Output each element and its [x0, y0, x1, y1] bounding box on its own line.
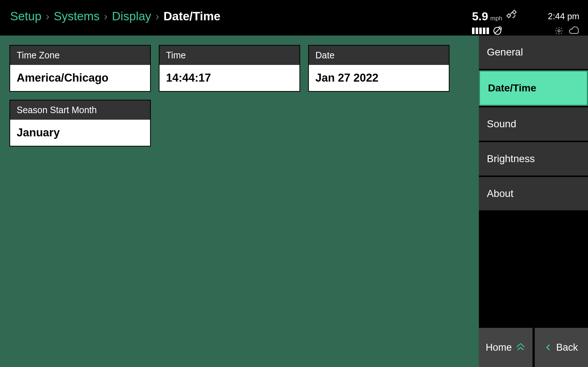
season-start-card[interactable]: Season Start Month January [9, 100, 151, 147]
sidebar-item-brightness[interactable]: Brightness [479, 142, 588, 176]
card-label: Season Start Month [10, 100, 150, 120]
main-content: Time Zone America/Chicago Time 14:44:17 … [0, 36, 479, 367]
svg-line-2 [510, 12, 513, 15]
chevron-right-icon: › [46, 10, 49, 22]
svg-line-4 [495, 29, 500, 33]
home-button[interactable]: Home [479, 328, 533, 367]
speed-unit: mph [490, 15, 502, 22]
breadcrumb-systems[interactable]: Systems [54, 9, 100, 23]
breadcrumb-current: Date/Time [163, 9, 220, 23]
chevron-right-icon: › [104, 10, 108, 22]
sidebar-item-about[interactable]: About [479, 177, 588, 210]
card-value: January [10, 120, 150, 146]
chevron-left-icon [544, 342, 552, 352]
time-card[interactable]: Time 14:44:17 [159, 45, 300, 92]
back-label: Back [556, 342, 578, 353]
sidebar-item-sound[interactable]: Sound [479, 107, 588, 141]
speed-value: 5.9 [472, 10, 488, 23]
home-label: Home [486, 342, 512, 353]
breadcrumb-setup[interactable]: Setup [10, 9, 41, 23]
card-value: 14:44:17 [160, 65, 299, 91]
cloud-icon[interactable] [568, 26, 579, 35]
antenna-icon [493, 26, 502, 36]
date-card[interactable]: Date Jan 27 2022 [308, 45, 450, 92]
card-label: Date [309, 46, 449, 65]
sidebar-list: General Date/Time Sound Brightness About [479, 36, 588, 328]
signal-bars-icon [472, 28, 489, 34]
home-icon [515, 342, 526, 352]
time-zone-card[interactable]: Time Zone America/Chicago [9, 45, 151, 92]
card-label: Time Zone [10, 46, 150, 65]
svg-rect-0 [507, 14, 511, 18]
breadcrumb-display[interactable]: Display [112, 9, 151, 23]
card-label: Time [160, 46, 299, 65]
top-bar: Setup › Systems › Display › Date/Time 5.… [0, 0, 588, 36]
card-value: America/Chicago [10, 65, 150, 91]
sidebar: General Date/Time Sound Brightness About… [479, 36, 588, 367]
svg-point-5 [558, 30, 560, 32]
chevron-right-icon: › [156, 10, 159, 22]
back-button[interactable]: Back [535, 328, 588, 367]
clock: 2:44 pm [548, 11, 579, 21]
card-value: Jan 27 2022 [309, 65, 449, 91]
gear-icon[interactable] [555, 26, 563, 35]
sidebar-item-general[interactable]: General [479, 36, 588, 69]
breadcrumb: Setup › Systems › Display › Date/Time [0, 9, 472, 23]
status-panel: 5.9 mph 2:44 pm [472, 9, 588, 36]
sidebar-item-datetime[interactable]: Date/Time [479, 70, 588, 106]
speed-readout: 5.9 mph [472, 9, 517, 23]
satellite-icon [506, 9, 517, 20]
